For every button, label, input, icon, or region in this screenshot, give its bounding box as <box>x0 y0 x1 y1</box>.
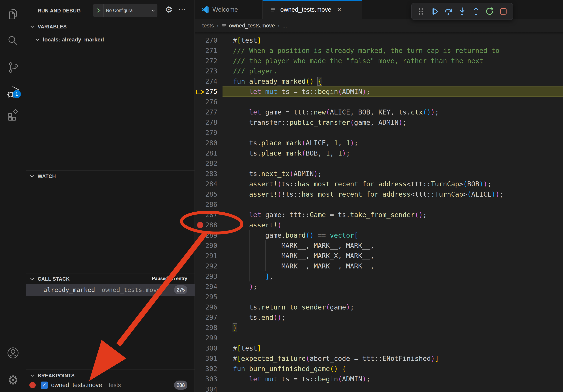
line-number[interactable]: 285 <box>195 189 218 199</box>
tab-welcome[interactable]: Welcome <box>195 0 263 19</box>
code-line-296[interactable]: 296 ts.return_to_sender(game); <box>195 302 563 312</box>
section-breakpoints[interactable]: BREAKPOINTS <box>26 371 195 380</box>
line-number[interactable]: 275 <box>195 86 218 97</box>
code-line-297[interactable]: 297 ts.end(); <box>195 312 563 323</box>
line-number[interactable]: 302 <box>195 364 218 374</box>
line-number[interactable]: 281 <box>195 148 218 158</box>
debug-configuration-dropdown[interactable]: No Configura <box>93 4 157 17</box>
search-icon[interactable] <box>7 34 20 47</box>
line-number[interactable]: 293 <box>195 271 218 281</box>
line-number[interactable]: 276 <box>195 97 218 107</box>
source-control-icon[interactable] <box>7 61 20 74</box>
code-line-301[interactable]: 301#[expected_failure(abort_code = ttt::… <box>195 353 563 364</box>
more-actions-icon[interactable]: ⋯ <box>176 3 188 15</box>
code-line-285[interactable]: 285 assert!(!ts::has_most_recent_for_add… <box>195 189 563 199</box>
tab-owned-tests-move[interactable]: owned_tests.move✕ <box>263 0 362 19</box>
call-stack-frame-row[interactable]: already_marked owned_tests.move 275 <box>26 284 195 296</box>
code-line-290[interactable]: 290 MARK__, MARK__, MARK__, <box>195 240 563 251</box>
variables-locals-scope[interactable]: locals: already_marked <box>26 35 195 45</box>
start-debug-icon[interactable] <box>93 4 103 17</box>
code-line-284[interactable]: 284 assert!(ts::has_most_recent_for_addr… <box>195 179 563 189</box>
line-number[interactable]: 272 <box>195 56 218 66</box>
account-icon[interactable] <box>7 346 20 359</box>
code-line-293[interactable]: 293 ], <box>195 271 563 281</box>
code-line-270[interactable]: 270#[test] <box>195 35 563 45</box>
line-number[interactable]: 282 <box>195 158 218 169</box>
line-number[interactable]: 289 <box>195 230 218 240</box>
line-number[interactable]: 279 <box>195 128 218 138</box>
close-icon[interactable]: ✕ <box>337 6 342 13</box>
line-number[interactable]: 283 <box>195 169 218 179</box>
line-number[interactable]: 271 <box>195 45 218 56</box>
line-number[interactable]: 301 <box>195 353 218 364</box>
code-line-273[interactable]: 273/// player. <box>195 66 563 76</box>
code-line-288[interactable]: 288 assert!( <box>195 220 563 230</box>
code-line-295[interactable]: 295 <box>195 292 563 302</box>
line-number[interactable]: 297 <box>195 312 218 323</box>
code-line-287[interactable]: 287 let game: ttt::Game = ts.take_from_s… <box>195 210 563 220</box>
code-line-291[interactable]: 291 MARK__, MARK_X, MARK__, <box>195 251 563 261</box>
line-number[interactable]: 298 <box>195 323 218 333</box>
section-variables[interactable]: VARIABLES <box>26 22 195 32</box>
line-number[interactable]: 296 <box>195 302 218 312</box>
line-number[interactable]: 300 <box>195 343 218 353</box>
line-number[interactable]: 274 <box>195 76 218 86</box>
line-number[interactable]: 277 <box>195 107 218 117</box>
line-number[interactable]: 286 <box>195 199 218 210</box>
line-number[interactable]: 273 <box>195 66 218 76</box>
code-line-304[interactable]: 304 <box>195 384 563 392</box>
settings-icon[interactable]: ⚙ <box>7 374 20 387</box>
breakpoint-checkbox[interactable]: ✓ <box>41 381 48 389</box>
code-editor[interactable]: 270#[test]271/// When a position is alre… <box>195 32 563 392</box>
breadcrumb-item[interactable]: owned_tests.move <box>229 23 275 29</box>
line-number[interactable]: 270 <box>195 35 218 45</box>
code-line-303[interactable]: 303 let mut ts = ts::begin(ADMIN); <box>195 374 563 384</box>
code-line-298[interactable]: 298} <box>195 323 563 333</box>
line-number[interactable]: 278 <box>195 117 218 128</box>
code-line-276[interactable]: 276 <box>195 97 563 107</box>
code-line-279[interactable]: 279 <box>195 128 563 138</box>
step-into-button[interactable] <box>457 5 468 18</box>
line-number[interactable]: 294 <box>195 281 218 292</box>
line-number[interactable]: 290 <box>195 240 218 251</box>
code-line-281[interactable]: 281 ts.place_mark(BOB, 1, 1); <box>195 148 563 158</box>
step-over-button[interactable] <box>443 5 454 18</box>
line-number[interactable]: 291 <box>195 251 218 261</box>
line-number[interactable]: 303 <box>195 374 218 384</box>
code-line-272[interactable]: 272/// the player who made the "false" m… <box>195 56 563 66</box>
code-line-274[interactable]: 274fun already_marked() { <box>195 76 563 86</box>
stop-button[interactable] <box>498 5 509 18</box>
restart-button[interactable] <box>484 5 495 18</box>
section-watch[interactable]: WATCH <box>26 171 195 181</box>
code-line-299[interactable]: 299 <box>195 333 563 343</box>
line-number[interactable]: 284 <box>195 179 218 189</box>
breadcrumb-item[interactable]: ... <box>282 23 287 29</box>
code-line-282[interactable]: 282 <box>195 158 563 169</box>
extensions-icon[interactable] <box>7 108 20 121</box>
code-line-277[interactable]: 277 let game = ttt::new(ALICE, BOB, KEY,… <box>195 107 563 117</box>
code-line-280[interactable]: 280 ts.place_mark(ALICE, 1, 1); <box>195 138 563 148</box>
line-number[interactable]: 287 <box>195 210 218 220</box>
line-number[interactable]: 292 <box>195 261 218 271</box>
files-icon[interactable] <box>7 8 20 21</box>
line-number[interactable]: 295 <box>195 292 218 302</box>
code-line-286[interactable]: 286 <box>195 199 563 210</box>
code-line-278[interactable]: 278 transfer::public_transfer(game, ADMI… <box>195 117 563 128</box>
code-line-283[interactable]: 283 ts.next_tx(ADMIN); <box>195 169 563 179</box>
step-out-button[interactable] <box>471 5 482 18</box>
breakpoint-list-item[interactable]: ✓ owned_tests.move tests 288 <box>26 379 195 391</box>
line-number[interactable]: 280 <box>195 138 218 148</box>
code-line-302[interactable]: 302fun burn_unfinished_game() { <box>195 364 563 374</box>
line-number[interactable]: 299 <box>195 333 218 343</box>
code-line-294[interactable]: 294 ); <box>195 281 563 292</box>
code-line-271[interactable]: 271/// When a position is already marked… <box>195 45 563 56</box>
code-line-289[interactable]: 289 game.board() == vector[ <box>195 230 563 240</box>
drag-grip-handle[interactable] <box>415 5 426 18</box>
debug-settings-gear-icon[interactable]: ⚙ <box>163 3 175 15</box>
code-line-292[interactable]: 292 MARK__, MARK__, MARK__, <box>195 261 563 271</box>
breadcrumb-item[interactable]: tests <box>202 23 214 29</box>
code-line-275[interactable]: 275 let mut ts = ts::begin(ADMIN); <box>195 86 563 97</box>
code-line-300[interactable]: 300#[test] <box>195 343 563 353</box>
line-number[interactable]: 288 <box>195 220 218 230</box>
line-number[interactable]: 304 <box>195 384 218 392</box>
